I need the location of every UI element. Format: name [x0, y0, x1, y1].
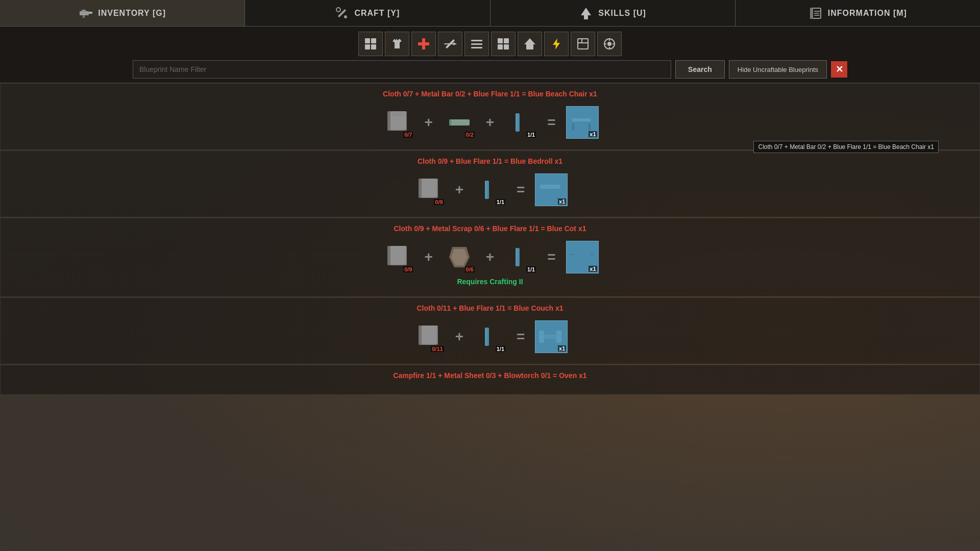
category-medical[interactable]: [411, 32, 436, 56]
blueprint-filter-input[interactable]: [133, 60, 671, 79]
recipe-item-flare-2: 1/1: [474, 173, 506, 206]
requires-crafting-text: Requires Crafting II: [11, 278, 969, 286]
nav-skills-label: Skills [U]: [598, 9, 646, 18]
recipe-item-cot: x1: [566, 241, 599, 273]
svg-rect-26: [504, 38, 509, 43]
recipe-item-couch: x1: [535, 320, 568, 353]
svg-rect-2: [89, 12, 92, 14]
category-weapons[interactable]: [438, 32, 462, 56]
nav-craft-label: Craft [Y]: [354, 9, 400, 18]
svg-rect-45: [449, 119, 470, 126]
svg-rect-51: [589, 123, 591, 131]
svg-rect-25: [498, 38, 503, 43]
recipe-item-flare-4: 1/1: [474, 320, 506, 353]
svg-rect-46: [449, 119, 451, 126]
svg-rect-10: [814, 11, 820, 12]
svg-rect-57: [485, 181, 487, 199]
svg-rect-74: [485, 328, 487, 346]
blueprint-recipe-beach-chair: 0/7 + 0/2 +: [11, 106, 969, 139]
close-filter-button[interactable]: ✕: [831, 61, 847, 78]
category-building[interactable]: [491, 32, 516, 56]
category-clothing[interactable]: [385, 32, 409, 56]
blueprint-title-couch: Cloth 0/11 + Blue Flare 1/1 = Blue Couch…: [11, 304, 969, 312]
category-storage[interactable]: [571, 32, 595, 56]
cloth-count-4: 0/11: [431, 346, 444, 352]
metal-scrap-icon: 0/6: [443, 241, 476, 273]
couch-count: x1: [558, 345, 566, 352]
equals-op-4: =: [517, 329, 525, 345]
nav-craft[interactable]: Craft [Y]: [245, 0, 490, 26]
svg-rect-66: [516, 248, 518, 266]
cloth-count-3: 0/9: [403, 266, 413, 272]
category-all[interactable]: [358, 32, 383, 56]
recipe-item-beach-chair: x1: [566, 106, 599, 139]
svg-point-5: [336, 8, 340, 12]
recipe-item-metal-scrap: 0/6: [443, 241, 476, 273]
blue-flare-icon-1: 1/1: [504, 106, 537, 139]
blueprint-title-cot: Cloth 0/9 + Metal Scrap 0/6 + Blue Flare…: [11, 224, 969, 233]
svg-rect-15: [365, 44, 370, 49]
svg-rect-23: [471, 43, 482, 45]
recipe-item-cloth: 0/7: [381, 106, 414, 139]
equals-op-2: =: [517, 182, 525, 198]
plus-op-1: +: [424, 114, 432, 131]
svg-rect-33: [581, 39, 582, 42]
cot-result-icon: x1: [566, 241, 599, 273]
blueprint-title-beach-chair: Cloth 0/7 + Metal Bar 0/2 + Blue Flare 1…: [11, 90, 969, 98]
plus-op-5: +: [486, 249, 494, 265]
blueprint-blue-couch: Cloth 0/11 + Blue Flare 1/1 = Blue Couch…: [0, 297, 980, 364]
svg-rect-67: [571, 254, 594, 261]
svg-rect-20: [444, 43, 453, 44]
nav-information[interactable]: Information [M]: [736, 0, 980, 26]
category-icons: [358, 32, 622, 56]
svg-rect-78: [539, 335, 561, 339]
recipe-item-cloth-2: 0/9: [412, 173, 445, 206]
category-shelter[interactable]: [518, 32, 542, 56]
recipe-item-bedroll: x1: [535, 173, 568, 206]
svg-rect-55: [422, 179, 437, 197]
bedroll-result-icon: x1: [535, 173, 568, 206]
plus-op-4: +: [424, 249, 432, 265]
svg-rect-32: [578, 42, 588, 43]
blue-flare-icon-4: 1/1: [474, 320, 506, 353]
recipe-item-flare-3: 1/1: [504, 241, 537, 273]
cloth-icon-4: 0/11: [412, 320, 445, 353]
nav-bar: Inventory [G] Craft [Y] Skills [U]: [0, 0, 980, 27]
category-tools[interactable]: [597, 32, 622, 56]
search-button[interactable]: Search: [675, 60, 725, 79]
cot-count: x1: [589, 266, 597, 272]
svg-rect-28: [504, 44, 509, 49]
nav-inventory-label: Inventory [G]: [98, 9, 166, 18]
svg-marker-30: [553, 38, 560, 49]
gun-icon: [79, 6, 93, 20]
blueprint-recipe-couch: 0/11 + 1/1 =: [11, 320, 969, 353]
svg-rect-50: [572, 123, 574, 131]
up-arrow-icon: [579, 6, 593, 20]
plus-op-2: +: [486, 114, 494, 131]
cloth-icon: 0/7: [381, 106, 414, 139]
category-resources[interactable]: [464, 32, 489, 56]
hide-uncraftable-button[interactable]: Hide Uncraftable Blueprints: [729, 60, 827, 79]
svg-rect-62: [390, 246, 406, 264]
blueprint-recipe-cot: 0/9 + 0/6 +: [11, 241, 969, 273]
svg-point-6: [344, 15, 347, 18]
blue-flare-icon-3: 1/1: [504, 241, 537, 273]
nav-inventory[interactable]: Inventory [G]: [0, 0, 245, 26]
beach-chair-result-icon: x1: [566, 106, 599, 139]
info-icon: [808, 6, 823, 20]
svg-marker-29: [524, 38, 535, 49]
category-electrical[interactable]: [544, 32, 569, 56]
svg-marker-7: [581, 8, 591, 19]
svg-point-35: [607, 42, 611, 46]
nav-skills[interactable]: Skills [U]: [491, 0, 736, 26]
svg-rect-9: [810, 8, 813, 19]
metal-bar-icon: 0/2: [443, 106, 476, 139]
recipe-item-cloth-4: 0/11: [412, 320, 445, 353]
blueprint-blue-cot: Cloth 0/9 + Metal Scrap 0/6 + Blue Flare…: [0, 218, 980, 296]
svg-rect-59: [540, 185, 560, 189]
search-row: Search Hide Uncraftable Blueprints ✕: [133, 60, 847, 79]
svg-rect-36: [609, 38, 610, 41]
svg-rect-0: [80, 11, 89, 15]
svg-rect-22: [471, 40, 482, 41]
svg-rect-1: [82, 10, 86, 12]
